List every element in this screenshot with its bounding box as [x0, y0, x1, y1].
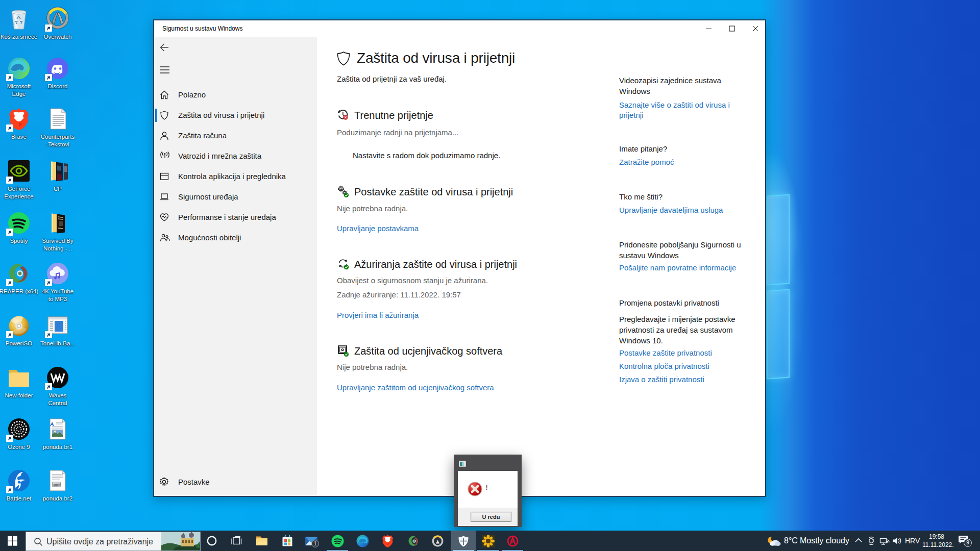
svg-text:ODT: ODT: [54, 483, 60, 486]
